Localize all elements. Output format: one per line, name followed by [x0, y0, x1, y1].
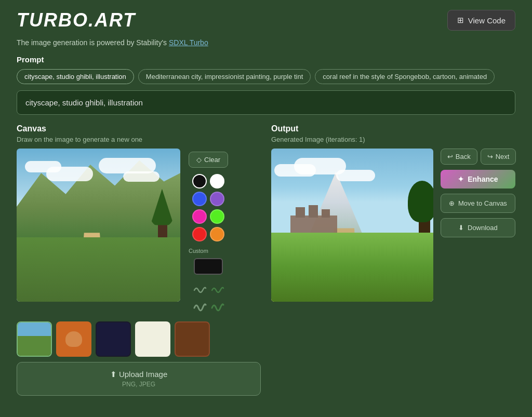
output-image [271, 149, 433, 302]
header: TURBO.ART ⊞ View Code [0, 0, 532, 38]
move-canvas-label: Move to Canvas [458, 199, 507, 207]
prompt-label: Prompt [17, 55, 515, 64]
path-art [79, 233, 105, 302]
back-icon: ↩ [447, 153, 453, 160]
code-icon: ⊞ [457, 16, 464, 25]
cloud-2 [46, 167, 93, 181]
prompt-input[interactable] [17, 90, 515, 115]
enhance-button[interactable]: ✦ Enhance [441, 170, 515, 189]
view-code-label: View Code [468, 16, 506, 25]
flowers-right [361, 256, 401, 302]
custom-label: Custom [189, 248, 228, 254]
main-content: The image generation is powered by Stabi… [0, 38, 532, 408]
next-button[interactable]: ↪ Next [481, 149, 516, 165]
brush-squiggle-2[interactable] [210, 281, 224, 295]
canvas-title: Canvas [17, 124, 261, 133]
color-red[interactable] [192, 227, 207, 241]
upload-button[interactable]: ⬆ Upload Image PNG, JPEG [17, 362, 261, 396]
back-button[interactable]: ↩ Back [441, 149, 477, 165]
brush-squiggle-1[interactable] [192, 281, 207, 295]
canvas-area: ◇ Clear Custom [17, 149, 261, 316]
back-next-buttons: ↩ Back ↪ Next [441, 149, 515, 165]
prompt-chips: cityscape, studio ghibli, illustration M… [17, 69, 515, 84]
download-button[interactable]: ⬇ Download [441, 218, 515, 237]
cloud-4 [123, 171, 159, 182]
thumb-3-art [97, 322, 130, 356]
brush-squiggle-3[interactable] [192, 299, 207, 313]
upload-sub: PNG, JPEG [24, 381, 253, 388]
color-green[interactable] [210, 209, 224, 224]
tree-top [150, 189, 174, 225]
output-actions: ↩ Back ↪ Next ✦ Enhance ⊕ [441, 149, 515, 237]
ghibli-path [329, 228, 358, 302]
logo: TURBO.ART [17, 9, 136, 31]
next-icon: ↪ [487, 153, 493, 160]
thumb-3-car[interactable] [96, 321, 131, 357]
two-columns: Canvas Draw on the image to generate a n… [17, 124, 515, 396]
thumb-4-bowl[interactable] [135, 321, 170, 357]
upload-label: ⬆ Upload Image [24, 370, 253, 379]
download-icon: ⬇ [458, 224, 464, 232]
clear-label: Clear [204, 156, 220, 164]
prompt-chip-1[interactable]: cityscape, studio ghibli, illustration [17, 69, 134, 84]
mountain-scene-art [17, 149, 180, 302]
sparkle-icon: ✦ [458, 175, 464, 183]
thumb-1-landscape[interactable] [17, 321, 52, 357]
brush-squiggle-4[interactable] [210, 299, 224, 313]
color-palette [192, 174, 224, 241]
ghibli-cloud-3 [336, 170, 375, 181]
cloud-3 [99, 158, 156, 173]
color-white[interactable] [210, 174, 224, 189]
tools-panel: ◇ Clear Custom [185, 149, 231, 316]
thumb-5-art [176, 322, 209, 356]
thumb-2-dog[interactable] [56, 321, 91, 357]
tower-2 [309, 205, 318, 218]
download-label: Download [468, 224, 498, 232]
thumb-4-art [136, 322, 169, 356]
prompt-chip-3[interactable]: coral reef in the style of Spongebob, ca… [315, 69, 495, 84]
thumb-2-art [57, 322, 90, 356]
sdxl-turbo-link[interactable]: SDXL Turbo [169, 38, 208, 47]
color-orange[interactable] [210, 227, 224, 241]
custom-color-picker[interactable] [194, 258, 223, 275]
output-subtitle: Generated Image (iterations: 1) [271, 136, 515, 143]
prompt-chip-2[interactable]: Mediterranean city, impressionist painti… [138, 69, 311, 84]
next-label: Next [496, 153, 510, 160]
clear-icon: ◇ [196, 156, 202, 164]
ghibli-scene-art [271, 149, 433, 302]
dog-face [65, 331, 82, 347]
thumbnail-strip [17, 321, 261, 357]
output-area: ↩ Back ↪ Next ✦ Enhance ⊕ [271, 149, 515, 302]
canvas-column: Canvas Draw on the image to generate a n… [17, 124, 261, 396]
back-label: Back [456, 153, 471, 160]
color-black[interactable] [192, 174, 207, 189]
enhance-label: Enhance [468, 175, 498, 183]
ghibli-building [290, 216, 337, 247]
canvas-subtitle: Draw on the image to generate a new one [17, 136, 261, 143]
move-icon: ⊕ [449, 199, 455, 207]
flowers-left [271, 244, 332, 302]
color-pink[interactable] [192, 209, 207, 224]
powered-by-text: The image generation is powered by Stabi… [17, 38, 515, 47]
ghibli-tree-top-r [408, 181, 433, 222]
tower-1 [296, 207, 305, 218]
output-column: Output Generated Image (iterations: 1) [271, 124, 515, 302]
color-blue[interactable] [192, 192, 207, 206]
output-title: Output [271, 124, 515, 133]
upload-icon: ⬆ [110, 370, 119, 379]
thumb-1-art [18, 322, 51, 356]
view-code-button[interactable]: ⊞ View Code [447, 10, 515, 31]
canvas-image[interactable] [17, 149, 180, 302]
thumb-5-food[interactable] [175, 321, 210, 357]
clear-button[interactable]: ◇ Clear [189, 152, 228, 168]
move-to-canvas-button[interactable]: ⊕ Move to Canvas [441, 194, 515, 213]
tower-3 [322, 209, 330, 218]
color-purple[interactable] [210, 192, 224, 206]
brush-options [192, 281, 224, 313]
